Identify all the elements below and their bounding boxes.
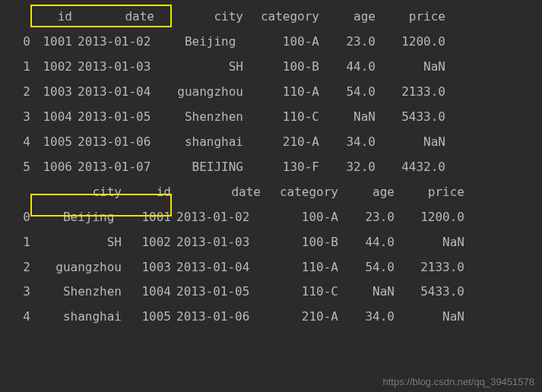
cell-price: 1200.0 <box>376 30 445 55</box>
cell-id: 1002 <box>122 230 171 255</box>
cell-city: Beijing <box>156 30 243 55</box>
row-index: 0 <box>9 30 30 55</box>
col-header-price: price <box>395 180 464 205</box>
cell-age: 34.0 <box>319 130 376 155</box>
cell-price: NaN <box>395 230 464 255</box>
cell-category: 110-A <box>262 255 338 280</box>
cell-id: 1003 <box>30 80 72 105</box>
cell-price: NaN <box>376 55 445 80</box>
col-header-price: price <box>376 5 445 30</box>
cell-category: 100-B <box>262 230 338 255</box>
cell-city: guangzhou <box>156 80 243 105</box>
cell-date: 2013-01-07 <box>72 155 156 180</box>
cell-price: NaN <box>376 130 445 155</box>
cell-price: 2133.0 <box>395 255 464 280</box>
table-row: 2 1003 2013-01-04 guangzhou 110-A 54.0 2… <box>9 80 533 105</box>
dataframe-table-1: id date city category age price 0 1001 2… <box>9 5 533 180</box>
cell-price: 1200.0 <box>395 205 464 230</box>
cell-city: guangzhou <box>30 255 122 280</box>
row-index: 1 <box>9 230 30 255</box>
cell-category: 110-C <box>262 280 338 305</box>
cell-city: Shenzhen <box>156 105 243 130</box>
cell-id: 1006 <box>30 155 72 180</box>
cell-id: 1005 <box>30 130 72 155</box>
row-index: 4 <box>9 130 30 155</box>
table-row: 5 1006 2013-01-07 BEIJING 130-F 32.0 443… <box>9 155 533 180</box>
cell-id: 1001 <box>30 30 72 55</box>
row-index: 5 <box>9 155 30 180</box>
cell-date: 2013-01-05 <box>171 280 262 305</box>
cell-age: 44.0 <box>338 230 395 255</box>
cell-category: 100-A <box>243 30 319 55</box>
cell-category: 210-A <box>243 130 319 155</box>
row-index: 0 <box>9 205 30 230</box>
table-row: 0 1001 2013-01-02 Beijing 100-A 23.0 120… <box>9 30 533 55</box>
cell-date: 2013-01-05 <box>72 105 156 130</box>
cell-age: NaN <box>338 280 395 305</box>
cell-age: 54.0 <box>338 255 395 280</box>
cell-city: shanghai <box>30 305 122 330</box>
row-index: 3 <box>9 280 30 305</box>
index-header <box>9 5 30 30</box>
cell-id: 1004 <box>122 280 171 305</box>
cell-category: 130-F <box>243 155 319 180</box>
cell-city: Shenzhen <box>30 280 122 305</box>
cell-age: NaN <box>319 105 376 130</box>
cell-category: 210-A <box>262 305 338 330</box>
cell-city: SH <box>156 55 243 80</box>
table-row: 3 1004 2013-01-05 Shenzhen 110-C NaN 543… <box>9 105 533 130</box>
row-index: 4 <box>9 305 30 330</box>
cell-date: 2013-01-02 <box>171 205 262 230</box>
cell-age: 32.0 <box>319 155 376 180</box>
cell-category: 110-A <box>243 80 319 105</box>
table-row: 4 shanghai 1005 2013-01-06 210-A 34.0 Na… <box>9 305 533 330</box>
col-header-date: date <box>72 5 156 30</box>
cell-id: 1005 <box>122 305 171 330</box>
cell-age: 23.0 <box>319 30 376 55</box>
col-header-category: category <box>243 5 319 30</box>
col-header-city: city <box>30 180 122 205</box>
row-index: 1 <box>9 55 30 80</box>
table-row: 3 Shenzhen 1004 2013-01-05 110-C NaN 543… <box>9 280 533 305</box>
index-header <box>9 180 30 205</box>
cell-price: 4432.0 <box>376 155 445 180</box>
cell-price: 5433.0 <box>376 105 445 130</box>
table-row: 0 Beijing 1001 2013-01-02 100-A 23.0 120… <box>9 205 533 230</box>
table-row: 1 1002 2013-01-03 SH 100-B 44.0 NaN <box>9 55 533 80</box>
col-header-category: category <box>262 180 338 205</box>
cell-category: 100-A <box>262 205 338 230</box>
row-index: 2 <box>9 80 30 105</box>
table-row: 1 SH 1002 2013-01-03 100-B 44.0 NaN <box>9 230 533 255</box>
cell-city: BEIJING <box>156 155 243 180</box>
row-index: 3 <box>9 105 30 130</box>
cell-price: 2133.0 <box>376 80 445 105</box>
cell-age: 54.0 <box>319 80 376 105</box>
cell-date: 2013-01-06 <box>171 305 262 330</box>
col-header-id: id <box>30 5 72 30</box>
cell-price: NaN <box>395 305 464 330</box>
cell-price: 5433.0 <box>395 280 464 305</box>
cell-category: 100-B <box>243 55 319 80</box>
cell-age: 34.0 <box>338 305 395 330</box>
cell-date: 2013-01-03 <box>72 55 156 80</box>
cell-date: 2013-01-02 <box>72 30 156 55</box>
cell-category: 110-C <box>243 105 319 130</box>
cell-id: 1004 <box>30 105 72 130</box>
cell-id: 1001 <box>122 205 171 230</box>
cell-city: shanghai <box>156 130 243 155</box>
col-header-city: city <box>156 5 243 30</box>
col-header-age: age <box>338 180 395 205</box>
col-header-id: id <box>122 180 171 205</box>
table-row: 2 guangzhou 1003 2013-01-04 110-A 54.0 2… <box>9 255 533 280</box>
cell-date: 2013-01-06 <box>72 130 156 155</box>
cell-date: 2013-01-04 <box>72 80 156 105</box>
cell-id: 1003 <box>122 255 171 280</box>
cell-id: 1002 <box>30 55 72 80</box>
dataframe-table-2: city id date category age price 0 Beijin… <box>9 180 533 330</box>
cell-date: 2013-01-04 <box>171 255 262 280</box>
cell-city: SH <box>30 230 122 255</box>
cell-city: Beijing <box>30 205 122 230</box>
table-header-row: id date city category age price <box>9 5 533 30</box>
cell-date: 2013-01-03 <box>171 230 262 255</box>
table-header-row: city id date category age price <box>9 180 533 205</box>
